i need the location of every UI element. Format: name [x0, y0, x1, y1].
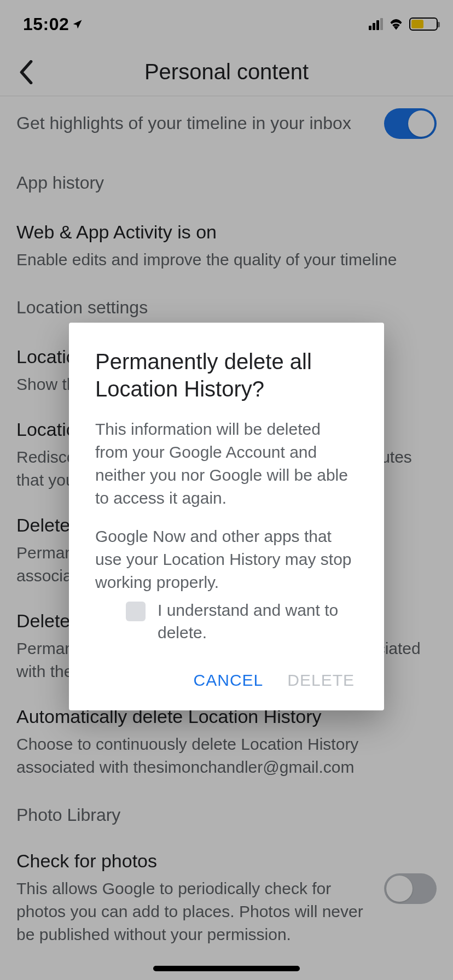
cancel-button[interactable]: CANCEL: [194, 671, 264, 690]
dialog-actions: CANCEL DELETE: [95, 644, 358, 699]
consent-checkbox[interactable]: [126, 602, 146, 621]
dialog-body: This information will be deleted from yo…: [95, 402, 358, 644]
dialog-paragraph: This information will be deleted from yo…: [95, 418, 358, 510]
confirm-delete-dialog: Permanently delete all Location History?…: [69, 323, 384, 710]
delete-button[interactable]: DELETE: [287, 671, 355, 690]
consent-label: I understand and want to delete.: [158, 599, 358, 644]
consent-row[interactable]: I understand and want to delete.: [95, 594, 358, 644]
home-indicator[interactable]: [153, 966, 300, 971]
dialog-paragraph: Google Now and other apps that use your …: [95, 525, 358, 594]
dialog-title: Permanently delete all Location History?: [95, 348, 358, 402]
